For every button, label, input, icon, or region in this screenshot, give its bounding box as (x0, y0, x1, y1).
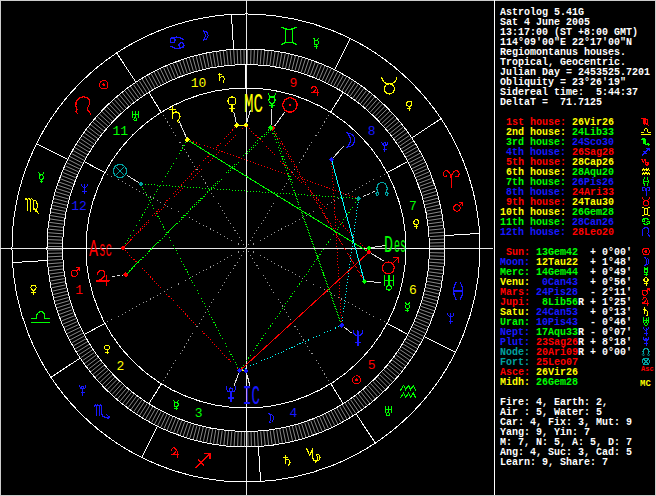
svg-text:12: 12 (71, 199, 87, 214)
svg-text:sc: sc (99, 238, 112, 263)
svg-text:Learn: 9, Share: 7: Learn: 9, Share: 7 (500, 457, 608, 468)
svg-text:IC: IC (243, 382, 260, 412)
svg-text:MC: MC (640, 379, 651, 389)
svg-text:5: 5 (368, 358, 376, 373)
svg-text:+ 0°00': + 0°00' (590, 347, 632, 358)
svg-text:D: D (384, 233, 393, 259)
svg-text:6: 6 (409, 283, 417, 298)
svg-text:DeltaT = 71.7125: DeltaT = 71.7125 (500, 97, 602, 108)
svg-text:R: R (578, 297, 584, 308)
svg-text:8: 8 (368, 124, 376, 139)
svg-text:26Gem28: 26Gem28 (536, 377, 578, 388)
svg-text:A: A (89, 237, 98, 263)
svg-text:28Leo20: 28Leo20 (572, 227, 614, 238)
svg-text:12th house:: 12th house: (500, 227, 566, 238)
svg-text:4: 4 (290, 406, 298, 421)
svg-text:es: es (394, 234, 406, 259)
svg-text:MC: MC (244, 90, 263, 120)
svg-text:7: 7 (409, 199, 417, 214)
svg-text:Asc: Asc (641, 365, 654, 373)
svg-text:2: 2 (116, 359, 124, 374)
svg-text:3: 3 (195, 406, 203, 421)
svg-text:Midh:: Midh: (500, 377, 530, 388)
svg-text:1: 1 (75, 283, 83, 298)
svg-text:R: R (578, 347, 584, 358)
svg-text:9: 9 (289, 76, 297, 91)
svg-text:10: 10 (191, 76, 207, 91)
svg-text:11: 11 (112, 124, 128, 139)
